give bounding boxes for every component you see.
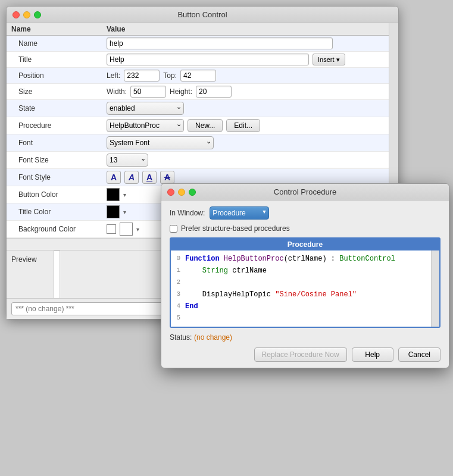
bg-color-arrow[interactable]: ▾: [136, 226, 139, 233]
button-color-arrow[interactable]: ▾: [123, 192, 126, 198]
font-size-select[interactable]: 13: [107, 154, 148, 167]
font-row: Font System Font: [7, 134, 389, 152]
procedure-value-cell: HelpButtonProc New... Edit...: [102, 117, 389, 134]
edit-procedure-button[interactable]: Edit...: [226, 119, 260, 132]
traffic-lights: [13, 11, 41, 18]
size-label: Size: [7, 85, 102, 98]
font-size-row: Font Size 13: [7, 152, 389, 169]
position-value-cell: Left: Top:: [102, 68, 389, 83]
bg-color-swatch2[interactable]: [120, 223, 133, 236]
code-line-2: 2: [171, 277, 439, 289]
minimize-button[interactable]: [23, 11, 30, 18]
code-header: Procedure: [171, 239, 439, 250]
code-line-5: 5: [171, 312, 439, 324]
left-label: Left:: [107, 71, 120, 80]
code-scrollbar[interactable]: [431, 250, 439, 327]
width-label: Width:: [107, 87, 127, 96]
title-color-label: Title Color: [7, 205, 102, 218]
procedure-select[interactable]: HelpButtonProc: [107, 119, 184, 132]
name-label: Name: [7, 37, 102, 50]
title-color-swatch[interactable]: [107, 205, 120, 218]
name-input[interactable]: [107, 37, 333, 49]
position-row: Position Left: Top:: [7, 68, 389, 84]
state-row: State enabled: [7, 100, 389, 117]
font-size-value-cell: 13: [102, 152, 389, 168]
control-procedure-dialog: Control Procedure In Window: Procedure P…: [161, 183, 449, 368]
in-window-row: In Window: Procedure: [170, 206, 440, 220]
position-label: Position: [7, 69, 102, 82]
code-line-4: 4 End: [171, 300, 439, 312]
font-select-wrapper: System Font: [107, 136, 214, 149]
font-style-label: Font Style: [7, 171, 102, 184]
font-label: Font: [7, 136, 102, 149]
status-label: Status:: [170, 333, 192, 342]
top-label: Top:: [163, 71, 177, 80]
procedure-label: Procedure: [7, 119, 102, 132]
close-button[interactable]: [13, 11, 20, 18]
height-input[interactable]: [196, 86, 232, 98]
title-row: Title Insert ▾: [7, 52, 389, 68]
in-window-select[interactable]: Procedure: [210, 206, 269, 220]
button-color-label: Button Color: [7, 188, 102, 201]
title-input[interactable]: [107, 54, 309, 65]
code-line-3: 3 DisplayHelpTopic "Sine/Cosine Panel": [171, 289, 439, 300]
name-row: Name: [7, 36, 389, 52]
code-container: Procedure 0 Function HelpButtonProc(ctrl…: [170, 237, 440, 328]
dialog-minimize-button[interactable]: [178, 189, 185, 196]
status-row: Status: (no change): [170, 333, 440, 342]
bg-color-swatch1[interactable]: [107, 224, 116, 234]
state-label: State: [7, 102, 102, 115]
title-value-cell: Insert ▾: [102, 52, 389, 67]
bg-color-label: Background Color: [7, 223, 102, 236]
prefer-structure-checkbox[interactable]: [170, 225, 177, 233]
code-line-1: 1 String ctrlName: [171, 265, 439, 277]
dialog-close-button[interactable]: [167, 189, 174, 196]
font-style-underline-button[interactable]: A: [142, 171, 157, 184]
title-color-arrow[interactable]: ▾: [123, 209, 126, 215]
state-select-wrapper: enabled: [107, 102, 184, 115]
code-body[interactable]: 0 Function HelpButtonProc(ctrlName) : Bu…: [171, 250, 439, 327]
in-window-label: In Window:: [170, 209, 205, 217]
top-input[interactable]: [180, 70, 216, 82]
dialog-maximize-button[interactable]: [189, 189, 196, 196]
dialog-traffic-lights: [167, 189, 196, 196]
dialog-cancel-button[interactable]: Cancel: [398, 347, 440, 362]
size-value-cell: Width: Height:: [102, 84, 389, 99]
font-value-cell: System Font: [102, 134, 389, 151]
props-header: Name Value: [7, 23, 389, 36]
preview-label: Preview: [7, 250, 54, 298]
font-style-bold-button[interactable]: A: [107, 171, 121, 184]
dialog-title: Control Procedure: [274, 187, 337, 196]
left-input[interactable]: [124, 70, 160, 82]
name-header: Name: [11, 25, 107, 33]
dialog-button-row: Replace Procedure Now Help Cancel: [170, 347, 440, 362]
prefer-structure-row: Prefer structure-based procedures: [170, 224, 440, 233]
procedure-select-wrapper: HelpButtonProc: [107, 119, 184, 132]
state-select[interactable]: enabled: [107, 102, 184, 115]
width-input[interactable]: [130, 86, 166, 98]
dialog-content: In Window: Procedure Prefer structure-ba…: [161, 201, 449, 368]
status-value: (no change): [194, 333, 232, 342]
replace-procedure-button[interactable]: Replace Procedure Now: [254, 347, 347, 362]
font-style-strike-button[interactable]: A: [160, 171, 174, 184]
size-row: Size Width: Height:: [7, 84, 389, 100]
font-size-select-wrapper: 13: [107, 154, 148, 167]
height-label: Height:: [170, 87, 192, 96]
value-header: Value: [107, 25, 384, 33]
state-value-cell: enabled: [102, 100, 389, 117]
font-select[interactable]: System Font: [107, 136, 214, 149]
font-style-italic-button[interactable]: A: [124, 171, 139, 184]
title-label: Title: [7, 53, 102, 66]
dialog-help-button[interactable]: Help: [352, 347, 393, 362]
name-value-cell: [102, 36, 389, 51]
prefer-structure-label: Prefer structure-based procedures: [181, 224, 290, 233]
main-title: Button Control: [177, 10, 227, 19]
new-procedure-button[interactable]: New...: [188, 119, 223, 132]
insert-button[interactable]: Insert ▾: [313, 54, 345, 65]
maximize-button[interactable]: [34, 11, 41, 18]
button-color-swatch[interactable]: [107, 188, 120, 201]
in-window-select-wrapper: Procedure: [210, 206, 269, 220]
dialog-title-bar: Control Procedure: [161, 184, 449, 201]
main-title-bar: Button Control: [7, 7, 398, 23]
procedure-row: Procedure HelpButtonProc New... Edit...: [7, 117, 389, 134]
